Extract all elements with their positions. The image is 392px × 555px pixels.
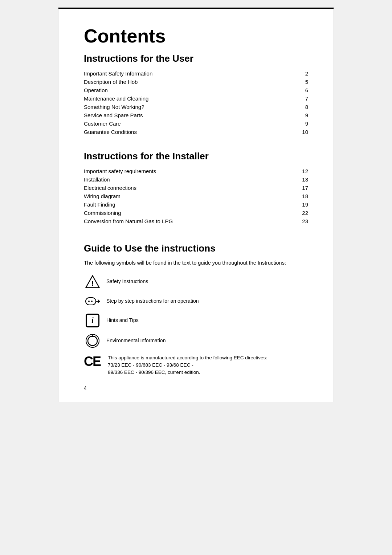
- warning-icon: !: [84, 274, 101, 289]
- guide-env-label: Environmental Information: [106, 337, 166, 344]
- user-toc-table: Important Safety Information 2 Descripti…: [84, 69, 308, 136]
- toc-item-label: Description of the Hob: [84, 78, 274, 86]
- toc-item-label: Maintenance and Cleaning: [84, 94, 274, 103]
- toc-item-page: 5: [274, 78, 308, 86]
- installer-section: Instructions for the Installer Important…: [84, 151, 308, 225]
- toc-row: Maintenance and Cleaning 7: [84, 94, 308, 103]
- toc-row: Installation 13: [84, 175, 308, 184]
- guide-step-label: Step by step instructions for an operati…: [106, 298, 199, 305]
- guide-safety-label: Safety Instructions: [106, 278, 148, 285]
- toc-item-label: Electrical connections: [84, 184, 274, 192]
- env-icon: [84, 333, 101, 348]
- toc-row: Customer Care 9: [84, 119, 308, 128]
- toc-row: Fault Finding 19: [84, 200, 308, 209]
- guide-item-env: Environmental Information: [84, 333, 308, 348]
- toc-item-label: Fault Finding: [84, 200, 274, 209]
- ce-text: This appliance is manufactured according…: [108, 354, 267, 376]
- toc-item-page: 10: [274, 128, 308, 136]
- installer-toc-table: Important safety requirements 12 Install…: [84, 167, 308, 225]
- guide-hints-label: Hints and Tips: [106, 317, 139, 324]
- toc-row: Conversion from Natural Gas to LPG 23: [84, 217, 308, 225]
- toc-item-page: 9: [274, 119, 308, 128]
- toc-item-page: 17: [274, 184, 308, 192]
- user-section: Instructions for the User Important Safe…: [84, 53, 308, 136]
- ce-mark-icon: CE: [84, 355, 103, 368]
- toc-item-label: Important safety requirements: [84, 167, 274, 175]
- toc-item-label: Operation: [84, 86, 274, 94]
- toc-item-label: Conversion from Natural Gas to LPG: [84, 217, 274, 225]
- guide-intro: The following symbols will be found in t…: [84, 259, 308, 267]
- toc-item-page: 19: [274, 200, 308, 209]
- toc-row: Guarantee Conditions 10: [84, 128, 308, 136]
- toc-row: Important safety requirements 12: [84, 167, 308, 175]
- toc-item-page: 9: [274, 111, 308, 119]
- toc-item-page: 22: [274, 209, 308, 217]
- toc-item-label: Wiring diagram: [84, 192, 274, 200]
- info-box-icon: i: [86, 314, 99, 327]
- guide-section-heading: Guide to Use the instructions: [84, 243, 308, 254]
- step-icon: [84, 295, 101, 308]
- toc-item-page: 23: [274, 217, 308, 225]
- info-icon: i: [84, 314, 101, 327]
- page-number: 4: [84, 385, 87, 391]
- toc-row: Important Safety Information 2: [84, 69, 308, 78]
- toc-item-page: 8: [274, 103, 308, 111]
- toc-row: Commissioning 22: [84, 209, 308, 217]
- page-title: Contents: [84, 26, 308, 46]
- toc-item-label: Service and Spare Parts: [84, 111, 274, 119]
- toc-row: Electrical connections 17: [84, 184, 308, 192]
- svg-point-6: [88, 301, 90, 302]
- toc-item-label: Customer Care: [84, 119, 274, 128]
- page: Contents Instructions for the User Impor…: [58, 7, 334, 402]
- guide-item-hints: i Hints and Tips: [84, 314, 308, 327]
- toc-item-label: Something Not Working?: [84, 103, 274, 111]
- guide-section: Guide to Use the instructions The follow…: [84, 243, 308, 376]
- toc-item-page: 6: [274, 86, 308, 94]
- svg-rect-2: [86, 298, 96, 305]
- guide-item-step: Step by step instructions for an operati…: [84, 295, 308, 308]
- guide-item-safety: ! Safety Instructions: [84, 274, 308, 289]
- toc-item-page: 13: [274, 175, 308, 184]
- ce-block: CE This appliance is manufactured accord…: [84, 354, 308, 376]
- toc-item-label: Important Safety Information: [84, 69, 274, 78]
- toc-item-label: Commissioning: [84, 209, 274, 217]
- toc-item-page: 18: [274, 192, 308, 200]
- installer-section-heading: Instructions for the Installer: [84, 151, 308, 162]
- toc-item-label: Installation: [84, 175, 274, 184]
- toc-item-label: Guarantee Conditions: [84, 128, 274, 136]
- toc-row: Operation 6: [84, 86, 308, 94]
- toc-row: Description of the Hob 5: [84, 78, 308, 86]
- svg-point-7: [91, 301, 93, 302]
- top-border: [58, 8, 334, 9]
- toc-item-page: 12: [274, 167, 308, 175]
- toc-row: Something Not Working? 8: [84, 103, 308, 111]
- svg-text:!: !: [91, 279, 94, 287]
- toc-item-page: 7: [274, 94, 308, 103]
- toc-item-page: 2: [274, 69, 308, 78]
- toc-row: Wiring diagram 18: [84, 192, 308, 200]
- toc-row: Service and Spare Parts 9: [84, 111, 308, 119]
- user-section-heading: Instructions for the User: [84, 53, 308, 64]
